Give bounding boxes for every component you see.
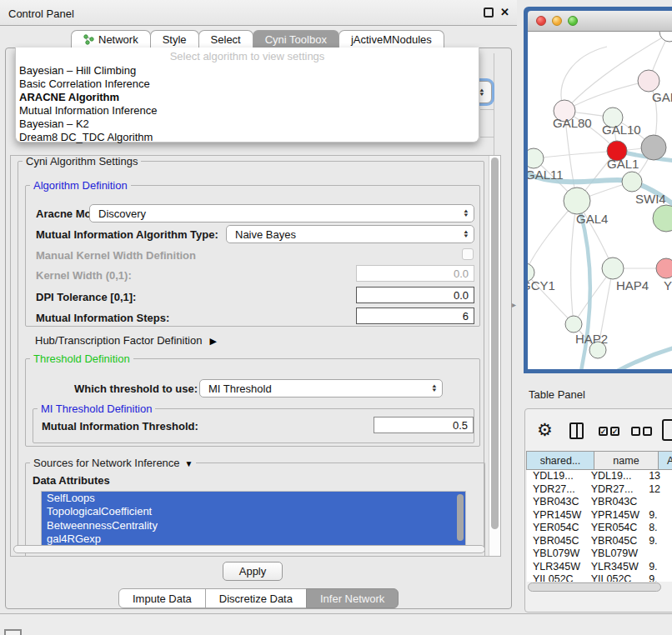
algo-item-mutual-information[interactable]: Mutual Information Inference [19,104,157,117]
table-row[interactable]: YPR145WYPR145W9. [527,509,672,522]
table-panel-toolbar: ⚙ ✓ ✓ [525,409,672,451]
node-label: GAL80 [553,116,592,130]
table-panel-title: Table Panel [529,388,585,401]
tab-network-label: Network [98,33,138,46]
list-item[interactable]: TopologicalCoefficient [42,505,465,518]
table-horizontal-scrollbar[interactable] [528,582,661,592]
minimize-traffic-light-icon[interactable] [552,16,562,26]
control-panel-titlebar: Control Panel ✕ [0,0,517,26]
tab-jactivemnodules-label: jActiveMNodules [351,33,432,46]
network-graph: GAL GAL80 GAL10 GAL1 GAL11 SWI4 GAL4 GCY… [528,32,672,369]
table-row[interactable]: YDR27...YDR27...12 [527,483,672,497]
algo-item-aracne[interactable]: ARACNE Algorithm [19,91,119,103]
tab-style[interactable]: Style [150,30,199,48]
mi-algorithm-type-select[interactable]: Naive Bayes ▲▼ [226,225,474,243]
network-window-titlebar[interactable] [528,11,672,32]
checked-checkbox-icon[interactable]: ✓ [599,427,608,436]
manual-kernel-width-checkbox[interactable] [462,248,474,260]
algo-item-basic-correlation[interactable]: Basic Correlation Inference [19,78,150,90]
node-label: HAP2 [575,332,608,346]
tab-impute-data[interactable]: Impute Data [118,588,206,608]
node-gal[interactable] [638,70,659,92]
tab-jactivemnodules[interactable]: jActiveMNodules [339,30,444,48]
node-swi4[interactable] [622,172,642,192]
mi-threshold-field[interactable]: 0.5 [374,417,474,433]
algo-item-bayesian-hill-climbing[interactable]: Bayesian – Hill Climbing [19,64,136,77]
node-green[interactable] [653,205,672,232]
close-traffic-light-icon[interactable] [536,16,546,26]
which-threshold-label: Which threshold to use: [74,382,198,395]
spinner-icon: ▲▼ [459,230,474,238]
node-label: GAL10 [602,122,641,137]
bottom-tabs: Impute Data Discretize Data Infer Networ… [119,588,399,608]
tab-discretize-data-label: Discretize Data [219,592,293,605]
table-header: shared... name A [527,451,672,470]
splitpane-collapse-icon[interactable]: ▸ [512,300,516,309]
list-scrollbar[interactable] [457,494,464,541]
unchecked-checkbox-icon[interactable] [643,427,652,436]
spinner-icon: ▲▼ [427,384,442,392]
screen: Control Panel ✕ Network Style Select Cyn… [0,0,672,635]
control-panel-tabs: Network Style Select Cyni Toolbox jActiv… [72,30,444,48]
node-hap2[interactable] [565,316,582,332]
which-threshold-select[interactable]: MI Threshold ▲▼ [199,379,443,398]
table-row[interactable]: YBR045CYBR045C9. [527,535,672,548]
node-hap4[interactable] [602,258,624,279]
close-icon[interactable]: ✕ [500,6,509,18]
apply-button[interactable]: Apply [223,562,283,581]
mi-algorithm-type-label: Mutual Information Algorithm Type: [36,228,218,241]
list-item[interactable]: SelfLoops [42,492,465,505]
node[interactable] [659,32,672,42]
node-label: SWI4 [635,192,666,206]
algo-item-dream8[interactable]: Dream8 DC_TDC Algorithm [19,131,153,143]
column-header-extra[interactable]: A [658,451,672,470]
hub-tf-definition-toggle[interactable]: Hub/Transcription Factor Definition▶ [35,334,217,347]
node-salmon[interactable] [656,258,672,278]
mi-steps-field[interactable]: 6 [356,308,474,324]
settings-scroll-area: Cyni Algorithm Settings Algorithm Defini… [10,155,501,557]
sources-title[interactable]: Sources for Network Inference▼ [30,457,196,469]
table-row[interactable]: YER054CYER054C8. [527,522,672,535]
list-item[interactable]: BetweennessCentrality [42,519,465,532]
kernel-width-field[interactable]: 0.0 [356,265,474,282]
control-panel-title: Control Panel [8,8,74,20]
tab-cyni-toolbox[interactable]: Cyni Toolbox [253,30,339,48]
data-attributes-label: Data Attributes [33,474,110,487]
node-gal1[interactable] [641,135,666,160]
column-header-name[interactable]: name [594,451,659,470]
node-label: GAL1 [607,157,639,171]
tab-discretize-data[interactable]: Discretize Data [205,588,307,608]
hidden-groupbox-border [494,53,494,155]
unchecked-checkbox-icon[interactable] [631,427,640,436]
column-header-shared-name[interactable]: shared... [526,451,594,470]
data-attributes-list: SelfLoops TopologicalCoefficient Between… [41,491,466,546]
table-row[interactable]: YIL052CYIL052C9. [527,573,672,582]
algo-item-bayesian-k2[interactable]: Bayesian – K2 [19,118,89,130]
node-label: Y [664,278,672,292]
mi-threshold-label: Mutual Information Threshold: [42,420,198,432]
mi-steps-label: Mutual Information Steps: [36,312,169,324]
aracne-mode-select[interactable]: Discovery ▲▼ [89,204,474,222]
gear-icon[interactable]: ⚙ [537,420,553,440]
document-icon[interactable] [662,419,672,441]
table-row[interactable]: YDL19...YDL19...13 [527,470,672,483]
network-canvas[interactable]: GAL GAL80 GAL10 GAL1 GAL11 SWI4 GAL4 GCY… [528,32,672,369]
table-row[interactable]: YLR345WYLR345W9. [527,561,672,574]
node-gal4[interactable] [564,188,590,214]
float-window-icon[interactable] [484,8,494,18]
horizontal-scrollbar[interactable] [13,544,488,554]
table-row[interactable]: YBR043CYBR043C [527,496,672,509]
vertical-scrollbar[interactable] [489,156,500,556]
node-gal11[interactable] [528,148,544,168]
network-icon [83,34,94,45]
checked-checkbox-icon[interactable]: ✓ [610,427,619,436]
tab-network[interactable]: Network [71,30,151,48]
zoom-traffic-light-icon[interactable] [568,16,578,26]
column-layout-icon[interactable] [569,422,584,439]
mini-panel-button[interactable] [4,629,22,635]
tab-select[interactable]: Select [198,30,253,48]
table-row[interactable]: YBL079WYBL079W [527,548,672,561]
dpi-tolerance-field[interactable]: 0.0 [356,287,474,303]
algorithm-dropdown: Select algorithm to view settings Bayesi… [15,48,479,142]
tab-infer-network[interactable]: Infer Network [306,588,399,608]
